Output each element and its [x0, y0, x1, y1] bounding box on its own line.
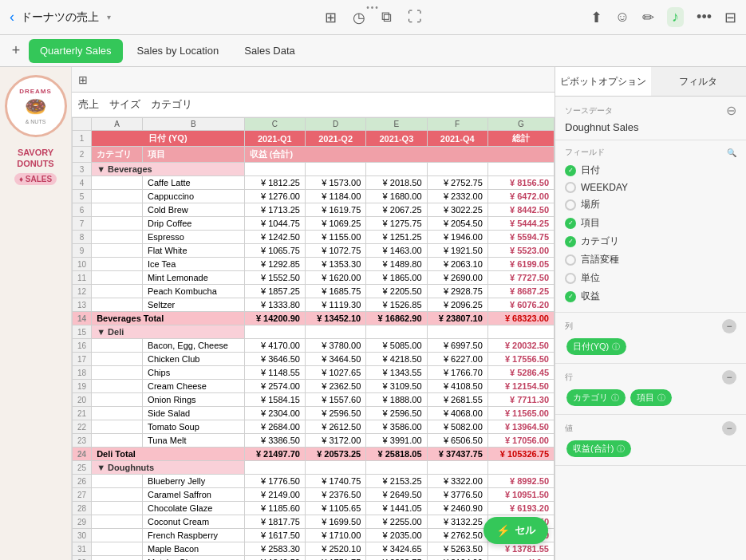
table-row[interactable]: 7Drip Coffee¥ 1044.75¥ 1069.25¥ 1275.75¥…	[73, 217, 555, 231]
col-g-header[interactable]: G	[487, 118, 554, 131]
field-category[interactable]: カテゴリ	[565, 232, 736, 250]
active-tool-icon[interactable]: ♪	[667, 7, 684, 27]
table-row[interactable]: 6Cold Brew¥ 1713.25¥ 1619.75¥ 2067.25¥ 3…	[73, 203, 555, 217]
pivot-table: A B C D E F G 1 日付 (YQ) 2021-Q1 2021-Q2 …	[72, 117, 555, 560]
field-weekday[interactable]: WEEKDAY	[565, 179, 736, 195]
copy-icon[interactable]: ⧉	[381, 9, 392, 26]
table-row[interactable]: 5Cappuccino¥ 1276.00¥ 1184.00¥ 1680.00¥ …	[73, 190, 555, 203]
back-button[interactable]: ‹	[10, 9, 14, 26]
row-tag-category-info[interactable]: ⓘ	[611, 392, 619, 404]
col-d-header[interactable]: D	[305, 118, 365, 131]
row-tag-item[interactable]: 項目 ⓘ	[630, 389, 672, 406]
title-chevron-icon[interactable]: ▾	[107, 13, 111, 22]
table-cell: Onion Rings	[143, 393, 245, 407]
value-tag-revenue[interactable]: 収益(合計) ⓘ	[566, 440, 631, 457]
share-icon[interactable]: ⬆	[590, 9, 602, 26]
clock-icon[interactable]: ◷	[353, 9, 365, 26]
row-tag-item-info[interactable]: ⓘ	[657, 392, 665, 404]
spreadsheet-area[interactable]: ⊞ 売上 サイズ カテゴリ A B C D E F G 1	[72, 67, 555, 560]
rows-minus-btn[interactable]: −	[722, 370, 736, 385]
column-tag-date[interactable]: 日付(YQ) ⓘ	[566, 338, 626, 355]
table-row[interactable]: 25▼ Doughnuts	[73, 461, 555, 475]
field-unit[interactable]: 単位	[565, 269, 736, 287]
tab-sales-data[interactable]: Sales Data	[233, 39, 306, 63]
table-cell: ¥ 1776.50	[244, 475, 305, 488]
image-icon[interactable]: ⛶	[408, 9, 422, 26]
row-num-cell: 31	[73, 542, 92, 556]
field-language-checkbox[interactable]	[565, 254, 576, 266]
columns-minus-btn[interactable]: −	[722, 319, 736, 333]
fields-search-icon[interactable]: 🔍	[727, 148, 736, 157]
source-data-minus[interactable]: ⊖	[726, 103, 736, 118]
table-row[interactable]: 27Caramel Saffron¥ 2149.00¥ 2376.50¥ 264…	[73, 488, 555, 502]
table-row[interactable]: 23Tuna Melt¥ 3386.50¥ 3172.00¥ 3991.00¥ …	[73, 434, 555, 448]
field-revenue[interactable]: 収益	[565, 287, 736, 306]
pivot-options-tab[interactable]: ピボットオプション	[555, 67, 651, 96]
left-sidebar: DREAMS 🍩 & NUTS SAVORYDONUTS ♦ SALES	[0, 67, 72, 560]
table-row[interactable]: 24Deli Total¥ 21497.70¥ 20573.25¥ 25818.…	[73, 448, 555, 461]
brush-icon[interactable]: ✏	[642, 9, 654, 26]
table-row[interactable]: 9Flat White¥ 1065.75¥ 1072.75¥ 1463.00¥ …	[73, 244, 555, 258]
grid-view-icon[interactable]: ⊞	[325, 9, 337, 26]
table-row[interactable]: 8Espresso¥ 1242.50¥ 1155.00¥ 1251.25¥ 19…	[73, 231, 555, 244]
face-icon[interactable]: ☺	[615, 9, 630, 26]
table-row[interactable]: 28Chocolate Glaze¥ 1185.60¥ 1105.65¥ 144…	[73, 502, 555, 515]
table-row[interactable]: 32Matcha Glaze¥ 1842.50¥ 1751.75¥ 2323.7…	[73, 556, 555, 561]
logo-circle: DREAMS 🍩 & NUTS	[5, 75, 67, 137]
field-item-checkbox[interactable]	[565, 218, 576, 229]
table-row[interactable]: 15▼ Deli	[73, 325, 555, 339]
table-row[interactable]: 19Cream Cheese¥ 2574.00¥ 2362.50¥ 3109.5…	[73, 380, 555, 393]
field-item[interactable]: 項目	[565, 214, 736, 232]
filter-tab[interactable]: フィルタ	[651, 67, 747, 96]
tab-sales-by-location[interactable]: Sales by Location	[126, 39, 231, 63]
table-cell	[92, 285, 143, 298]
values-minus-btn[interactable]: −	[722, 421, 736, 436]
field-location-checkbox[interactable]	[565, 199, 576, 211]
field-location[interactable]: 場所	[565, 195, 736, 214]
col-c-header[interactable]: C	[244, 118, 305, 131]
table-row[interactable]: 16Bacon, Egg, Cheese¥ 4170.00¥ 3780.00¥ …	[73, 339, 555, 353]
value-tag-info[interactable]: ⓘ	[617, 444, 625, 455]
sheet-format-icon[interactable]: ⊞	[78, 73, 88, 86]
col-a-header[interactable]: A	[92, 118, 143, 131]
col-f-header[interactable]: F	[427, 118, 487, 131]
field-category-checkbox[interactable]	[565, 236, 576, 247]
table-row[interactable]: 13Seltzer¥ 1333.80¥ 1119.30¥ 1526.85¥ 20…	[73, 298, 555, 312]
table-row[interactable]: 4Caffe Latte¥ 1812.25¥ 1573.00¥ 2018.50¥…	[73, 176, 555, 190]
column-tag-info-icon[interactable]: ⓘ	[612, 341, 620, 353]
tab-quarterly-sales[interactable]: Quarterly Sales	[29, 39, 123, 63]
table-row[interactable]: 29Coconut Cream¥ 1817.75¥ 1699.50¥ 2255.…	[73, 515, 555, 529]
table-row[interactable]: 22Tomato Soup¥ 2684.00¥ 2612.50¥ 3586.00…	[73, 420, 555, 434]
field-unit-checkbox[interactable]	[565, 273, 576, 284]
columns-section: 列 − 日付(YQ) ⓘ	[555, 313, 746, 364]
more-icon[interactable]: •••	[697, 9, 712, 26]
table-row[interactable]: 12Peach Kombucha¥ 1857.25¥ 1685.75¥ 2205…	[73, 285, 555, 298]
table-cell	[92, 217, 143, 231]
table-icon[interactable]: ⊟	[724, 9, 736, 26]
table-row[interactable]: 18Chips¥ 1148.55¥ 1027.65¥ 1343.55¥ 1766…	[73, 366, 555, 380]
table-row[interactable]: 26Blueberry Jelly¥ 1776.50¥ 1740.75¥ 215…	[73, 475, 555, 488]
add-sheet-button[interactable]: +	[6, 41, 26, 61]
row-tag-category[interactable]: カテゴリ ⓘ	[566, 389, 626, 406]
table-row[interactable]: 11Mint Lemonade¥ 1552.50¥ 1620.00¥ 1865.…	[73, 271, 555, 285]
field-date-checkbox[interactable]	[565, 165, 576, 176]
table-row[interactable]: 14Beverages Total¥ 14200.90¥ 13452.10¥ 1…	[73, 312, 555, 325]
field-date[interactable]: 日付	[565, 161, 736, 179]
table-cell: ¥ 105326.75	[487, 448, 554, 461]
table-row[interactable]: 17Chicken Club¥ 3646.50¥ 3464.50¥ 4218.5…	[73, 353, 555, 366]
col-b-header[interactable]: B	[143, 118, 245, 131]
table-row[interactable]: 31Maple Bacon¥ 2583.30¥ 2520.10¥ 3424.65…	[73, 542, 555, 556]
table-row[interactable]: 21Side Salad¥ 2304.00¥ 2596.50¥ 2596.50¥…	[73, 407, 555, 420]
table-row[interactable]: 3▼ Beverages	[73, 163, 555, 176]
table-row[interactable]: 10Ice Tea¥ 1292.85¥ 1353.30¥ 1489.80¥ 20…	[73, 258, 555, 271]
table-row[interactable]: 20Onion Rings¥ 1584.15¥ 1557.60¥ 1888.00…	[73, 393, 555, 407]
col-e-header[interactable]: E	[366, 118, 427, 131]
cell-button[interactable]: ⚡ セル	[484, 517, 548, 544]
table-row[interactable]: 30French Raspberry¥ 1617.50¥ 1710.00¥ 20…	[73, 529, 555, 542]
table-cell: ¥ 1105.65	[305, 502, 365, 515]
values-title: 値 −	[565, 421, 736, 436]
field-weekday-checkbox[interactable]	[565, 182, 576, 193]
row-2-num: 2	[73, 147, 92, 163]
field-revenue-checkbox[interactable]	[565, 291, 576, 302]
field-language[interactable]: 言語変種	[565, 250, 736, 269]
